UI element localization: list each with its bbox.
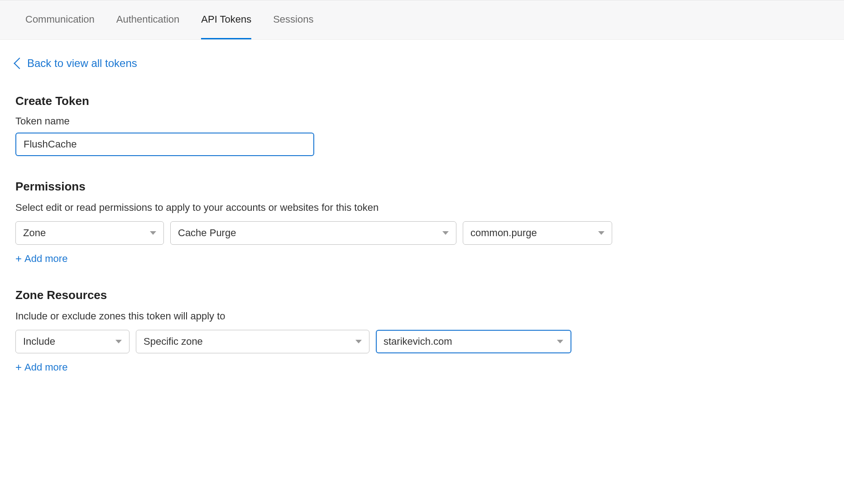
select-value: Include: [23, 336, 55, 347]
add-more-label: Add more: [24, 253, 67, 265]
chevron-down-icon: [355, 340, 362, 343]
page-content: Back to view all tokens Create Token Tok…: [0, 40, 842, 415]
arrow-left-icon: [14, 57, 25, 69]
create-token-title: Create Token: [15, 94, 827, 108]
tab-label: Authentication: [116, 14, 179, 25]
permissions-row: Zone Cache Purge common.purge: [15, 221, 827, 245]
tab-authentication[interactable]: Authentication: [116, 0, 179, 39]
tab-label: Sessions: [273, 14, 313, 25]
zone-resources-title: Zone Resources: [15, 288, 827, 302]
tab-label: Communication: [25, 14, 95, 25]
select-value: Cache Purge: [178, 227, 236, 239]
zone-mode-select[interactable]: Include: [15, 330, 129, 353]
add-more-label: Add more: [24, 361, 67, 373]
plus-icon: +: [15, 253, 22, 264]
plus-icon: +: [15, 362, 22, 373]
token-name-input[interactable]: [15, 133, 314, 156]
chevron-down-icon: [115, 340, 122, 343]
select-value: common.purge: [470, 227, 537, 239]
permissions-title: Permissions: [15, 180, 827, 194]
select-value: starikevich.com: [384, 336, 452, 347]
chevron-down-icon: [442, 231, 449, 235]
tab-label: API Tokens: [201, 14, 251, 25]
permissions-block: Permissions Select edit or read permissi…: [15, 180, 827, 265]
tabbar: Communication Authentication API Tokens …: [0, 0, 844, 40]
zone-resources-subtitle: Include or exclude zones this token will…: [15, 309, 827, 323]
back-link-label: Back to view all tokens: [27, 57, 137, 70]
back-link[interactable]: Back to view all tokens: [15, 57, 137, 70]
create-token-block: Create Token Token name: [15, 94, 827, 156]
zone-name-select[interactable]: starikevich.com: [376, 330, 571, 353]
permissions-subtitle: Select edit or read permissions to apply…: [15, 201, 827, 215]
permissions-permission-select[interactable]: Cache Purge: [170, 221, 456, 245]
permissions-scope-select[interactable]: Zone: [15, 221, 164, 245]
permissions-add-more[interactable]: + Add more: [15, 253, 67, 265]
tab-api-tokens[interactable]: API Tokens: [201, 0, 251, 39]
tab-communication[interactable]: Communication: [25, 0, 95, 39]
select-value: Zone: [23, 227, 46, 239]
chevron-down-icon: [150, 231, 156, 235]
permissions-action-select[interactable]: common.purge: [463, 221, 612, 245]
chevron-down-icon: [598, 231, 604, 235]
token-name-label: Token name: [15, 115, 827, 127]
zone-scope-select[interactable]: Specific zone: [136, 330, 369, 353]
zone-add-more[interactable]: + Add more: [15, 361, 67, 373]
zone-resources-row: Include Specific zone starikevich.com: [15, 330, 827, 353]
chevron-down-icon: [557, 340, 563, 343]
zone-resources-block: Zone Resources Include or exclude zones …: [15, 288, 827, 373]
tab-sessions[interactable]: Sessions: [273, 0, 313, 39]
select-value: Specific zone: [144, 336, 203, 347]
